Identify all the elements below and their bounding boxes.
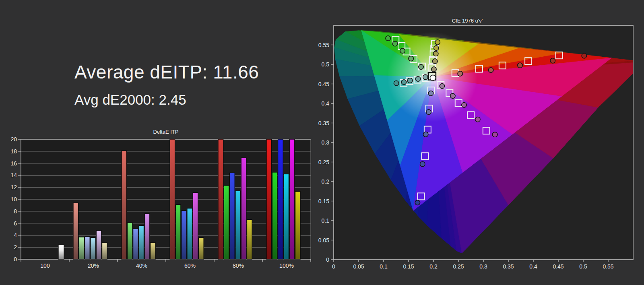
tick-label: 8 — [14, 208, 17, 215]
cie-measured-magenta-1 — [440, 84, 444, 89]
tick-label: 0.2 — [429, 263, 438, 270]
bar-yellow-40% — [151, 242, 156, 259]
cie-measured-red-3 — [518, 63, 522, 68]
tick-label: 20 — [10, 136, 17, 142]
tick-label: 0.45 — [318, 81, 329, 87]
tick-label: 2 — [14, 244, 17, 250]
cie-measured-yellow-4 — [434, 45, 439, 50]
tick-label: 0.05 — [318, 237, 329, 244]
bar-yellow-20% — [102, 242, 107, 259]
bar-green-40% — [127, 223, 132, 259]
tick-label: 18 — [10, 148, 17, 155]
bar-magenta-60% — [193, 193, 198, 259]
bar-yellow-80% — [247, 220, 252, 259]
cie-diagram: 00.050.10.150.20.250.30.350.40.450.50.55… — [318, 25, 644, 270]
tick-label: 100% — [279, 262, 294, 269]
cie-measured-blue-3 — [423, 132, 428, 137]
bar-cyan-40% — [139, 226, 144, 259]
cie-measured-yellow-2 — [433, 59, 438, 64]
bar-cyan-100% — [284, 174, 289, 259]
tick-label: 20% — [88, 262, 99, 269]
cie-measured-green-5 — [386, 36, 390, 41]
bar-blue-40% — [133, 229, 138, 259]
charts-canvas: 0246810121416182010020%40%60%80%100%00.0… — [0, 0, 644, 285]
cie-measured-green-1 — [419, 64, 423, 69]
cie-measured-red-1 — [458, 71, 462, 76]
tick-label: 4 — [14, 232, 17, 238]
tick-label: 0.15 — [403, 263, 414, 270]
bar-magenta-40% — [144, 214, 150, 259]
cie-measured-blue-1 — [428, 91, 433, 96]
tick-label: 0.5 — [579, 263, 587, 270]
cie-measured-yellow-1 — [431, 67, 436, 72]
tick-label: 0 — [332, 263, 335, 270]
cie-measured-magenta-5 — [492, 132, 497, 137]
cie-measured-magenta-2 — [450, 93, 455, 98]
cie-measured-cyan-1 — [423, 74, 428, 79]
tick-label: 14 — [10, 172, 17, 178]
tick-label: 0.1 — [380, 263, 388, 270]
cie-measured-yellow-3 — [433, 51, 438, 56]
tick-label: 6 — [14, 220, 17, 227]
bar-cyan-20% — [91, 238, 96, 259]
bar-blue-100% — [278, 139, 283, 259]
tick-label: 0.35 — [503, 263, 514, 270]
bar-red-40% — [122, 151, 127, 259]
cie-measured-green-3 — [400, 48, 405, 53]
tick-label: 0.4 — [529, 263, 537, 270]
cie-measured-blue-4 — [420, 161, 425, 166]
tick-label: 0.55 — [318, 42, 329, 48]
tick-label: 0.3 — [322, 139, 330, 146]
bar-green-20% — [79, 237, 84, 259]
cie-measured-yellow-5 — [435, 40, 440, 45]
bar-red-20% — [73, 203, 78, 259]
bar-green-100% — [272, 172, 277, 259]
tick-label: 12 — [10, 184, 17, 190]
tick-label: 0.5 — [322, 61, 330, 68]
tick-label: 0.15 — [318, 198, 329, 204]
tick-label: 0 — [326, 256, 329, 263]
tick-label: 60% — [184, 262, 196, 269]
cie-measured-white-point — [430, 75, 436, 81]
bar-red-60% — [170, 139, 175, 259]
cie-measured-cyan-2 — [415, 76, 420, 81]
cie-measured-red-5 — [582, 53, 586, 58]
bar-cyan-60% — [187, 208, 192, 259]
bar-blue-60% — [182, 211, 187, 259]
cie-measured-magenta-3 — [462, 102, 466, 107]
bar-red-100% — [266, 139, 272, 259]
tick-label: 0 — [14, 256, 17, 262]
bar-cyan-80% — [235, 191, 241, 259]
bar-blue-20% — [85, 236, 90, 259]
cie-measured-magenta-4 — [475, 117, 480, 122]
tick-label: 0.4 — [322, 100, 330, 107]
cie-measured-red-2 — [488, 68, 493, 72]
tick-label: 0.25 — [318, 159, 329, 165]
tick-label: 40% — [136, 262, 147, 269]
bar-magenta-20% — [96, 230, 101, 259]
bar-magenta-80% — [241, 158, 246, 259]
tick-label: 0.45 — [553, 263, 564, 270]
bar-blue-80% — [230, 173, 235, 259]
tick-label: 0.25 — [453, 263, 464, 270]
tick-label: 0.2 — [322, 178, 330, 185]
bar-magenta-100% — [289, 139, 295, 259]
bar-green-60% — [175, 204, 181, 259]
tick-label: 16 — [10, 160, 17, 167]
cie-measured-green-2 — [409, 56, 413, 61]
cie-measured-green-4 — [392, 41, 397, 46]
cie-measured-cyan-4 — [401, 80, 406, 85]
tick-label: 0.35 — [318, 120, 329, 126]
cie-measured-red-4 — [550, 58, 555, 63]
tick-label: 0.55 — [603, 263, 613, 270]
tick-label: 0.05 — [353, 263, 364, 270]
cie-measured-blue-5 — [415, 200, 420, 205]
tick-label: 0.3 — [479, 263, 487, 270]
bar-yellow-100% — [295, 192, 301, 259]
bar-white-100 — [58, 245, 64, 259]
deltae-itp-chart: 0246810121416182010020%40%60%80%100% — [10, 136, 311, 269]
bar-green-80% — [224, 186, 229, 259]
bar-yellow-60% — [199, 238, 204, 259]
tick-label: 0.1 — [322, 217, 330, 224]
cie-measured-blue-2 — [426, 109, 431, 114]
